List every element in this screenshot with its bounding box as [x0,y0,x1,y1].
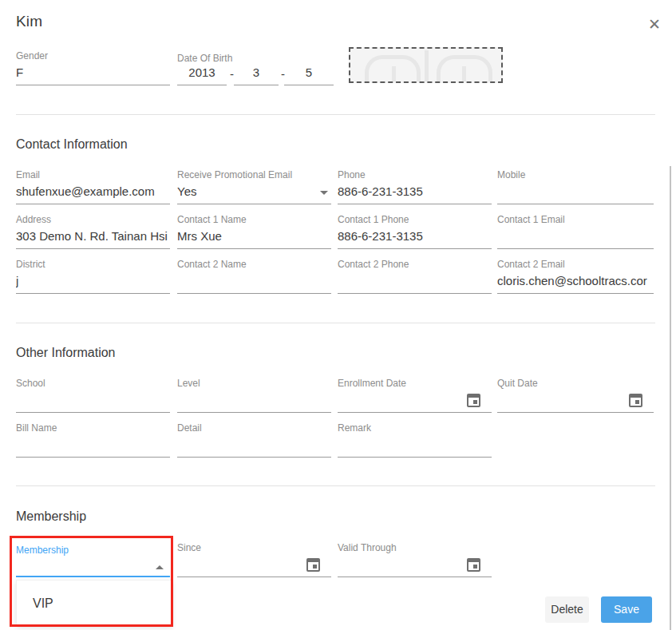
valid-through-field: Valid Through [338,542,492,577]
dob-month-input[interactable]: 3 [234,61,279,85]
other-section-heading: Other Information [16,346,116,360]
section-divider [16,485,655,486]
bill-name-label: Bill Name [16,422,170,434]
vertical-scrollbar[interactable] [670,166,671,630]
close-icon[interactable]: ✕ [646,17,662,33]
membership-select-field: Membership [16,542,170,577]
phone-field: Phone 886-6-231-3135 [338,169,492,204]
bill-name-input[interactable] [16,434,170,458]
membership-section-heading: Membership [16,509,86,524]
since-label: Since [177,542,331,553]
promo-email-field: Receive Promotional Email Yes [177,169,331,204]
chevron-up-icon[interactable] [156,565,164,569]
promo-email-label: Receive Promotional Email [177,169,331,180]
enrollment-date-field: Enrollment Date [338,378,492,413]
detail-label: Detail [177,422,331,434]
dialog-title: Kim [16,13,42,30]
gender-label: Gender [16,50,170,61]
member-edit-dialog: Kim ✕ Gender F Date Of Birth 2013 - 3 - … [0,0,672,630]
detail-field: Detail [177,422,331,458]
school-label: School [16,378,170,389]
address-field: Address 303 Demo N. Rd. Tainan Hsi [16,214,170,249]
gender-field: Gender F [16,50,170,85]
remark-field: Remark [338,422,492,458]
remark-input[interactable] [338,434,492,458]
promo-email-select[interactable]: Yes [177,180,331,204]
school-input[interactable] [16,389,170,413]
contact2-email-label: Contact 2 Email [497,259,654,270]
address-input[interactable]: 303 Demo N. Rd. Tainan Hsi [16,225,170,249]
membership-option-vip[interactable]: VIP [33,580,53,626]
delete-button[interactable]: Delete [545,596,589,623]
quit-date-label: Quit Date [497,378,654,389]
contact2-name-input[interactable] [177,270,331,294]
membership-dropdown-panel: VIP [16,580,172,625]
mobile-field: Mobile [497,169,654,204]
quit-date-field: Quit Date [497,378,654,413]
gender-input[interactable]: F [16,61,170,85]
contact2-email-input[interactable]: cloris.chen@schooltracs.cor [497,270,654,294]
contact2-phone-label: Contact 2 Phone [338,259,492,270]
dob-day-input[interactable]: 5 [284,61,334,85]
membership-select[interactable] [16,553,170,577]
level-label: Level [177,378,331,389]
email-field: Email shufenxue@example.com [16,169,170,204]
level-input[interactable] [177,389,331,413]
photo-placeholder-shape [462,66,466,83]
detail-input[interactable] [177,434,331,458]
phone-label: Phone [338,169,492,180]
contact2-name-label: Contact 2 Name [177,259,331,270]
contact1-phone-field: Contact 1 Phone 886-6-231-3135 [338,214,492,249]
bill-name-field: Bill Name [16,422,170,458]
contact2-phone-field: Contact 2 Phone [338,259,492,294]
calendar-icon[interactable] [306,558,320,572]
contact1-name-input[interactable]: Mrs Xue [177,225,331,249]
since-field: Since [177,542,331,577]
save-button[interactable]: Save [601,596,652,623]
contact1-name-label: Contact 1 Name [177,214,331,225]
contact2-phone-input[interactable] [338,270,492,294]
district-input[interactable]: j [16,270,170,294]
valid-through-label: Valid Through [338,542,492,553]
remark-label: Remark [338,422,492,434]
contact1-phone-input[interactable]: 886-6-231-3135 [338,225,492,249]
chevron-down-icon[interactable] [320,191,328,195]
email-input[interactable]: shufenxue@example.com [16,180,170,204]
level-field: Level [177,378,331,413]
enrollment-date-label: Enrollment Date [338,378,492,389]
contact2-name-field: Contact 2 Name [177,259,331,294]
contact-section-heading: Contact Information [16,137,128,152]
contact1-email-label: Contact 1 Email [497,214,654,225]
contact1-name-field: Contact 1 Name Mrs Xue [177,214,331,249]
calendar-icon[interactable] [467,558,480,572]
district-field: District j [16,259,170,294]
photo-placeholder-shape [392,66,396,83]
contact2-email-field: Contact 2 Email cloris.chen@schooltracs.… [497,259,654,294]
phone-input[interactable]: 886-6-231-3135 [338,180,492,204]
mobile-input[interactable] [497,180,654,204]
district-label: District [16,259,170,270]
school-field: School [16,378,170,413]
contact1-email-input[interactable] [497,225,654,249]
contact1-phone-label: Contact 1 Phone [338,214,492,225]
section-divider [16,323,655,323]
address-label: Address [16,214,170,225]
dob-year-input[interactable]: 2013 [177,61,227,85]
contact1-email-field: Contact 1 Email [497,214,654,249]
photo-placeholder-shape [425,50,429,83]
dob-field: Date Of Birth 2013 - 3 - 5 [177,50,334,85]
calendar-icon[interactable] [629,394,642,407]
section-divider [16,114,655,115]
calendar-icon[interactable] [467,394,480,407]
mobile-label: Mobile [497,169,654,180]
photo-upload-dropzone[interactable] [349,47,503,83]
email-label: Email [16,169,170,180]
